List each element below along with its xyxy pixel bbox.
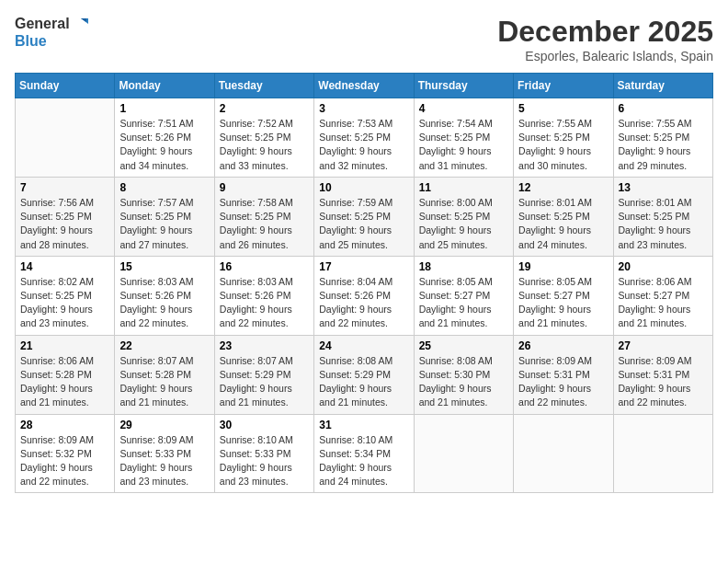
day-info: Sunrise: 8:07 AM Sunset: 5:29 PM Dayligh… (220, 354, 309, 410)
day-number: 15 (119, 260, 209, 273)
calendar-cell-week5-day6 (613, 414, 712, 493)
header-sunday: Sunday (16, 74, 115, 98)
day-info: Sunrise: 7:57 AM Sunset: 5:25 PM Dayligh… (119, 196, 209, 252)
calendar-cell-week3-day1: 15Sunrise: 8:03 AM Sunset: 5:26 PM Dayli… (115, 256, 214, 335)
day-number: 26 (518, 339, 608, 352)
day-info: Sunrise: 8:01 AM Sunset: 5:25 PM Dayligh… (518, 196, 608, 252)
day-number: 8 (119, 181, 209, 194)
day-number: 12 (518, 181, 608, 194)
calendar-cell-week1-day2: 2Sunrise: 7:52 AM Sunset: 5:25 PM Daylig… (214, 98, 313, 178)
calendar-cell-week3-day4: 18Sunrise: 8:05 AM Sunset: 5:27 PM Dayli… (414, 256, 513, 335)
header: General Blue December 2025 Esporles, Bal… (15, 15, 713, 63)
day-info: Sunrise: 8:05 AM Sunset: 5:27 PM Dayligh… (518, 275, 608, 331)
day-info: Sunrise: 8:07 AM Sunset: 5:28 PM Dayligh… (119, 354, 209, 410)
calendar-cell-week5-day5 (514, 414, 613, 493)
calendar-cell-week1-day1: 1Sunrise: 7:51 AM Sunset: 5:26 PM Daylig… (115, 98, 214, 178)
day-number: 13 (619, 181, 708, 194)
day-info: Sunrise: 7:56 AM Sunset: 5:25 PM Dayligh… (20, 196, 109, 252)
logo-bird-icon (72, 15, 90, 33)
day-info: Sunrise: 8:04 AM Sunset: 5:26 PM Dayligh… (319, 275, 408, 331)
calendar-cell-week2-day1: 8Sunrise: 7:57 AM Sunset: 5:25 PM Daylig… (115, 177, 214, 256)
calendar-cell-week5-day4 (414, 414, 513, 493)
day-info: Sunrise: 7:52 AM Sunset: 5:25 PM Dayligh… (220, 117, 309, 173)
day-number: 9 (220, 181, 309, 194)
calendar-cell-week2-day5: 12Sunrise: 8:01 AM Sunset: 5:25 PM Dayli… (514, 177, 613, 256)
day-number: 2 (220, 102, 309, 115)
day-info: Sunrise: 8:03 AM Sunset: 5:26 PM Dayligh… (119, 275, 209, 331)
day-info: Sunrise: 7:55 AM Sunset: 5:25 PM Dayligh… (619, 117, 708, 173)
day-number: 17 (319, 260, 408, 273)
day-number: 24 (319, 339, 408, 352)
calendar-cell-week4-day2: 23Sunrise: 8:07 AM Sunset: 5:29 PM Dayli… (214, 335, 313, 414)
day-info: Sunrise: 8:09 AM Sunset: 5:32 PM Dayligh… (20, 433, 109, 489)
calendar-header-row: SundayMondayTuesdayWednesdayThursdayFrid… (16, 74, 713, 98)
day-info: Sunrise: 8:09 AM Sunset: 5:33 PM Dayligh… (119, 433, 209, 489)
calendar-cell-week1-day4: 4Sunrise: 7:54 AM Sunset: 5:25 PM Daylig… (414, 98, 513, 178)
day-info: Sunrise: 8:08 AM Sunset: 5:30 PM Dayligh… (419, 354, 508, 410)
day-info: Sunrise: 7:54 AM Sunset: 5:25 PM Dayligh… (419, 117, 508, 173)
day-number: 4 (419, 102, 508, 115)
calendar-cell-week5-day2: 30Sunrise: 8:10 AM Sunset: 5:33 PM Dayli… (214, 414, 313, 493)
day-number: 20 (619, 260, 708, 273)
day-number: 21 (20, 339, 109, 352)
calendar-cell-week4-day3: 24Sunrise: 8:08 AM Sunset: 5:29 PM Dayli… (314, 335, 414, 414)
day-number: 28 (20, 419, 109, 431)
day-info: Sunrise: 7:51 AM Sunset: 5:26 PM Dayligh… (119, 117, 209, 173)
logo-general: General (15, 16, 70, 32)
day-number: 3 (319, 102, 408, 115)
day-info: Sunrise: 8:10 AM Sunset: 5:34 PM Dayligh… (319, 433, 408, 489)
logo-blue: Blue (15, 33, 47, 50)
day-number: 11 (419, 181, 508, 194)
title-area: December 2025 Esporles, Balearic Islands… (497, 15, 713, 63)
day-info: Sunrise: 8:09 AM Sunset: 5:31 PM Dayligh… (619, 354, 708, 410)
calendar-table: SundayMondayTuesdayWednesdayThursdayFrid… (15, 73, 713, 493)
week-row-1: 1Sunrise: 7:51 AM Sunset: 5:26 PM Daylig… (16, 98, 713, 178)
calendar-cell-week4-day0: 21Sunrise: 8:06 AM Sunset: 5:28 PM Dayli… (16, 335, 115, 414)
day-number: 19 (518, 260, 608, 273)
day-info: Sunrise: 8:05 AM Sunset: 5:27 PM Dayligh… (419, 275, 508, 331)
day-info: Sunrise: 8:06 AM Sunset: 5:28 PM Dayligh… (20, 354, 109, 410)
calendar-cell-week4-day6: 27Sunrise: 8:09 AM Sunset: 5:31 PM Dayli… (613, 335, 712, 414)
subtitle: Esporles, Balearic Islands, Spain (497, 49, 713, 63)
day-info: Sunrise: 8:03 AM Sunset: 5:26 PM Dayligh… (220, 275, 309, 331)
day-number: 6 (619, 102, 708, 115)
calendar-cell-week2-day2: 9Sunrise: 7:58 AM Sunset: 5:25 PM Daylig… (214, 177, 313, 256)
day-info: Sunrise: 8:09 AM Sunset: 5:31 PM Dayligh… (518, 354, 608, 410)
day-info: Sunrise: 7:59 AM Sunset: 5:25 PM Dayligh… (319, 196, 408, 252)
day-number: 25 (419, 339, 508, 352)
day-number: 1 (119, 102, 209, 115)
calendar-cell-week2-day6: 13Sunrise: 8:01 AM Sunset: 5:25 PM Dayli… (613, 177, 712, 256)
day-number: 23 (220, 339, 309, 352)
day-info: Sunrise: 8:06 AM Sunset: 5:27 PM Dayligh… (619, 275, 708, 331)
day-info: Sunrise: 8:08 AM Sunset: 5:29 PM Dayligh… (319, 354, 408, 410)
calendar-cell-week3-day3: 17Sunrise: 8:04 AM Sunset: 5:26 PM Dayli… (314, 256, 414, 335)
calendar-cell-week3-day2: 16Sunrise: 8:03 AM Sunset: 5:26 PM Dayli… (214, 256, 313, 335)
day-number: 14 (20, 260, 109, 273)
week-row-4: 21Sunrise: 8:06 AM Sunset: 5:28 PM Dayli… (16, 335, 713, 414)
header-thursday: Thursday (414, 74, 513, 98)
calendar-cell-week2-day0: 7Sunrise: 7:56 AM Sunset: 5:25 PM Daylig… (16, 177, 115, 256)
calendar-cell-week4-day5: 26Sunrise: 8:09 AM Sunset: 5:31 PM Dayli… (514, 335, 613, 414)
week-row-2: 7Sunrise: 7:56 AM Sunset: 5:25 PM Daylig… (16, 177, 713, 256)
calendar-cell-week2-day3: 10Sunrise: 7:59 AM Sunset: 5:25 PM Dayli… (314, 177, 414, 256)
calendar-cell-week1-day0 (16, 98, 115, 178)
calendar-cell-week4-day1: 22Sunrise: 8:07 AM Sunset: 5:28 PM Dayli… (115, 335, 214, 414)
calendar-cell-week1-day6: 6Sunrise: 7:55 AM Sunset: 5:25 PM Daylig… (613, 98, 712, 178)
day-number: 27 (619, 339, 708, 352)
day-info: Sunrise: 8:10 AM Sunset: 5:33 PM Dayligh… (220, 433, 309, 489)
calendar-cell-week5-day0: 28Sunrise: 8:09 AM Sunset: 5:32 PM Dayli… (16, 414, 115, 493)
logo: General Blue (15, 15, 90, 50)
day-number: 29 (119, 419, 209, 431)
header-wednesday: Wednesday (314, 74, 414, 98)
main-title: December 2025 (497, 15, 713, 49)
day-info: Sunrise: 7:58 AM Sunset: 5:25 PM Dayligh… (220, 196, 309, 252)
day-number: 16 (220, 260, 309, 273)
calendar-cell-week1-day5: 5Sunrise: 7:55 AM Sunset: 5:25 PM Daylig… (514, 98, 613, 178)
header-monday: Monday (115, 74, 214, 98)
day-info: Sunrise: 8:02 AM Sunset: 5:25 PM Dayligh… (20, 275, 109, 331)
calendar-cell-week3-day0: 14Sunrise: 8:02 AM Sunset: 5:25 PM Dayli… (16, 256, 115, 335)
day-number: 7 (20, 181, 109, 194)
day-info: Sunrise: 8:00 AM Sunset: 5:25 PM Dayligh… (419, 196, 508, 252)
week-row-3: 14Sunrise: 8:02 AM Sunset: 5:25 PM Dayli… (16, 256, 713, 335)
day-info: Sunrise: 7:55 AM Sunset: 5:25 PM Dayligh… (518, 117, 608, 173)
